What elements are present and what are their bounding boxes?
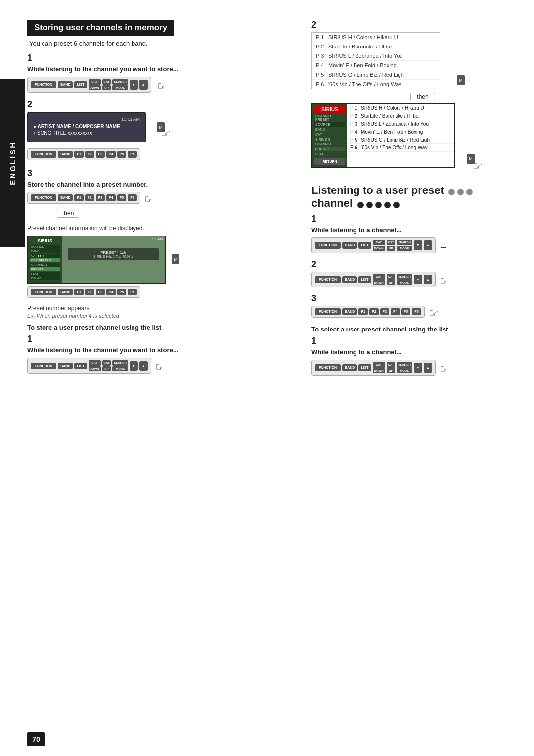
to-select-remote-area: FUNCTION BAND LIST CAT DOWN CAT UP SEARC… (312, 360, 519, 378)
p1-btn[interactable]: P1 (74, 151, 84, 158)
cat-down-l1[interactable]: CAT (373, 240, 385, 245)
p2-btn[interactable]: P2 (85, 151, 94, 158)
function-btn-l3[interactable]: FUNCTION (315, 308, 341, 315)
to-store-remote-area: FUNCTION BAND LIST CAT DOWN CAT UP SEARC… (27, 358, 302, 377)
listen-step1-label: While listening to a channel... (312, 226, 519, 234)
preset-row-3b: P 3 SIRIUS L / Zebranea / Into You (312, 51, 440, 61)
p3-btn[interactable]: P3 (96, 151, 105, 158)
volup-l1[interactable]: ▲ (424, 240, 432, 250)
voldown-tsel[interactable]: ▼ (414, 363, 422, 373)
volup-s1[interactable]: ▲ (139, 80, 148, 90)
hand-icon-s3: ☞ (144, 193, 154, 206)
search-ts[interactable]: SEARCH (112, 360, 128, 366)
p4-btn-s3[interactable]: P4 (106, 194, 116, 201)
m-btn-preset-before[interactable]: M (457, 75, 465, 85)
band-btn-s1[interactable]: BAND (58, 81, 73, 88)
cat-down-l2[interactable]: CAT (373, 274, 385, 280)
p5-btn-l3[interactable]: P5 (401, 308, 411, 315)
band-btn-s2[interactable]: BAND (58, 151, 73, 158)
sirius-time-bar: 11:11 AM (148, 237, 163, 241)
preset-row-4b: P 4 Movin' E / Ben Fold / Boxing (312, 61, 440, 70)
band-btn-l3[interactable]: BAND (342, 308, 357, 315)
preset-number-appears: Preset number appears. (27, 305, 302, 312)
cat-down-ts[interactable]: CAT (89, 360, 101, 366)
p6-btn-sb[interactable]: P6 (128, 289, 137, 296)
return-btn[interactable]: RETURN (314, 158, 345, 165)
p3-btn-s3[interactable]: P3 (96, 194, 105, 201)
band-btn-s3[interactable]: BAND (58, 194, 73, 201)
function-btn-sb[interactable]: FUNCTION (31, 289, 56, 296)
p5-btn-sb[interactable]: P5 (117, 289, 127, 296)
sirius-bottom-remote: FUNCTION BAND P1 P2 P3 P4 P5 P6 (27, 286, 302, 301)
p5-btn[interactable]: P5 (117, 151, 127, 158)
band-btn-ts[interactable]: BAND (58, 363, 73, 370)
function-btn-l2[interactable]: FUNCTION (315, 276, 341, 283)
p1-btn-sb[interactable]: P1 (74, 289, 84, 296)
search-l2[interactable]: SEARCH (397, 274, 412, 280)
volup-l2[interactable]: ▲ (424, 275, 432, 284)
sirius-right-panel: 11:11 AM PRESET4 1ch SIRIUS Hits 1 Top 4… (62, 236, 165, 283)
voldown-l1[interactable]: ▼ (414, 240, 422, 250)
search-tsel[interactable]: SEARCH (397, 362, 412, 368)
sf-source2: SOURCE (314, 122, 345, 127)
sf-row-6: P 6 '60s Vib / The Offs / Long Way (347, 144, 454, 152)
p2-btn-s3[interactable]: P2 (85, 194, 94, 201)
list-btn-tsel[interactable]: LIST (358, 364, 371, 371)
band-btn-sb[interactable]: BAND (58, 289, 73, 296)
cat-down-tsel[interactable]: CAT (373, 362, 385, 368)
list-btn-s1[interactable]: LIST (74, 81, 87, 88)
p4-btn[interactable]: P4 (106, 151, 116, 158)
preset-text: PRESET4 1ch (70, 250, 157, 255)
dot-6 (375, 202, 382, 208)
listen-step1-num: 1 (312, 214, 519, 224)
list-btn-l2[interactable]: LIST (358, 276, 371, 283)
list-btn-ts[interactable]: LIST (74, 363, 87, 370)
search-group-l2: SEARCH MODE (397, 274, 412, 285)
sirius-full-logo: SIRIUS (314, 106, 345, 113)
p4-btn-l3[interactable]: P4 (391, 308, 400, 315)
band-btn-l2[interactable]: BAND (342, 276, 357, 283)
band-btn-l1[interactable]: BAND (342, 242, 357, 249)
voldown-l2[interactable]: ▼ (414, 275, 422, 284)
function-btn-tsel[interactable]: FUNCTION (315, 364, 341, 371)
search-s1[interactable]: SEARCH (112, 79, 128, 85)
p3-btn-l3[interactable]: P3 (380, 308, 390, 315)
step3-remote-area: FUNCTION BAND P1 P2 P3 P4 P5 P6 ☞ (27, 192, 302, 207)
p6-btn[interactable]: P6 (128, 151, 137, 158)
sirius-preset-display: PRESET4 1ch SIRIUS Hits 1 Top 40 Hits (68, 248, 159, 260)
list-btn-l1[interactable]: LIST (358, 242, 371, 249)
m-btn-sirius[interactable]: M (172, 254, 179, 264)
p3-btn-sb[interactable]: P3 (96, 289, 105, 296)
function-btn[interactable]: FUNCTION (31, 81, 56, 88)
p5-btn-s3[interactable]: P5 (117, 194, 127, 201)
band-btn-tsel[interactable]: BAND (342, 364, 357, 371)
to-store-step1-label: While listening to the channel you want … (27, 346, 302, 354)
p2-btn-sb[interactable]: P2 (85, 289, 94, 296)
sf-preset: PRESET (314, 147, 345, 151)
search-l1[interactable]: SEARCH (397, 240, 412, 245)
p6-btn-l3[interactable]: P6 (412, 308, 421, 315)
volup-tsel[interactable]: ▲ (424, 363, 432, 373)
p1-btn-s3[interactable]: P1 (74, 194, 84, 201)
cat-down-s1[interactable]: CAT (89, 79, 101, 85)
cat-up-s1[interactable]: CAT (102, 79, 111, 85)
function-btn-s3[interactable]: FUNCTION (31, 194, 56, 201)
cat-up-label-s1: UP (102, 85, 111, 91)
p6-btn-s3[interactable]: P6 (128, 194, 137, 201)
p2-btn-l3[interactable]: P2 (369, 308, 379, 315)
function-btn-l1[interactable]: FUNCTION (315, 242, 341, 249)
search-group-ts: SEARCH MODE (112, 360, 128, 371)
function-btn-s2[interactable]: FUNCTION (31, 151, 56, 158)
sirius-menu-band: BAND (30, 249, 60, 253)
cat-up-tsel[interactable]: CAT (387, 362, 396, 368)
voldown-s1[interactable]: ▼ (130, 80, 138, 90)
step1-label: While listening to the channel you want … (27, 65, 302, 73)
cat-up-ts[interactable]: CAT (102, 360, 111, 366)
p1-btn-l3[interactable]: P1 (358, 308, 368, 315)
volup-ts[interactable]: ▲ (139, 361, 148, 371)
cat-up-l2[interactable]: CAT (387, 274, 396, 280)
cat-up-l1[interactable]: CAT (387, 240, 396, 245)
p4-btn-sb[interactable]: P4 (106, 289, 116, 296)
function-btn-ts[interactable]: FUNCTION (31, 363, 56, 370)
voldown-ts[interactable]: ▼ (130, 361, 138, 371)
